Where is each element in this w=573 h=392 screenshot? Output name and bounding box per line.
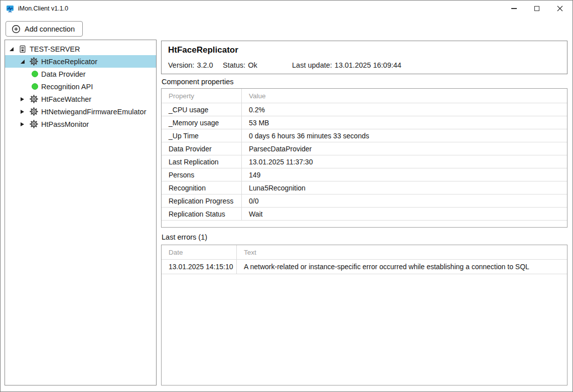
table-empty-area	[162, 221, 567, 227]
errors-table-header: Date Text	[162, 245, 567, 260]
table-row[interactable]: _Memory usage 53 MB	[162, 116, 567, 129]
value-cell: 0/0	[242, 194, 567, 207]
value-cell: 149	[242, 168, 567, 181]
component-title: HtFaceReplicator	[168, 45, 238, 55]
tree-item-htfacereplicator[interactable]: HtFaceReplicator	[5, 55, 156, 68]
monitor-pulse-icon	[6, 5, 14, 13]
close-button[interactable]	[548, 1, 571, 17]
column-header-value: Value	[242, 89, 567, 103]
green-status-dot-icon	[32, 83, 38, 90]
version-label: Version:	[168, 61, 194, 69]
last-update-value: 13.01.2025 16:09:44	[335, 61, 401, 69]
table-empty-area	[162, 274, 567, 385]
table-row[interactable]: _CPU usage 0.2%	[162, 103, 567, 116]
tree-item-label: Data Provider	[41, 70, 86, 78]
column-header-property: Property	[162, 89, 242, 103]
property-cell: _CPU usage	[162, 103, 242, 116]
connections-tree: TEST-SERVER	[5, 40, 157, 385]
expander-collapsed-icon[interactable]	[21, 122, 27, 126]
tree-item-htfacewatcher[interactable]: HtFaceWatcher	[5, 93, 156, 105]
gear-icon	[30, 120, 38, 128]
property-cell: Data Provider	[162, 142, 242, 155]
tree-item-htpassmonitor[interactable]: HtPassMonitor	[5, 118, 156, 130]
version-field: Version: 3.2.0	[168, 61, 213, 69]
tree-item-label: TEST-SERVER	[30, 45, 80, 53]
error-text-cell: A network-related or instance-specific e…	[237, 260, 567, 274]
add-connection-button[interactable]: Add connection	[6, 21, 83, 37]
value-cell: 13.01.2025 11:37:30	[242, 155, 567, 168]
property-cell: _Memory usage	[162, 116, 242, 129]
tree-item-test-server[interactable]: TEST-SERVER	[5, 43, 156, 55]
gear-icon	[30, 95, 38, 103]
properties-table: Property Value _CPU usage 0.2% _Memory u…	[161, 88, 567, 228]
green-status-dot-icon	[32, 71, 38, 77]
expander-expanded-icon[interactable]	[21, 60, 27, 64]
properties-section-title: Component properties	[162, 78, 233, 86]
maximize-button[interactable]	[525, 1, 548, 17]
status-label: Status:	[223, 61, 245, 69]
tree-item-recognition-api[interactable]: Recognition API	[5, 80, 156, 93]
close-icon	[557, 6, 563, 12]
table-row[interactable]: Data Provider ParsecDataProvider	[162, 142, 567, 155]
error-date-cell: 13.01.2025 14:15:10	[162, 260, 237, 274]
property-cell: Replication Progress	[162, 194, 242, 207]
minimize-button[interactable]	[502, 1, 525, 17]
tree-item-label: HtPassMonitor	[41, 120, 89, 128]
column-header-date: Date	[162, 245, 237, 259]
properties-table-header: Property Value	[162, 89, 567, 103]
tree-item-data-provider[interactable]: Data Provider	[5, 68, 156, 80]
table-row[interactable]: 13.01.2025 14:15:10 A network-related or…	[162, 260, 567, 274]
server-icon	[19, 45, 27, 53]
gear-icon	[30, 107, 38, 116]
expander-expanded-icon[interactable]	[10, 47, 16, 51]
errors-table: Date Text 13.01.2025 14:15:10 A network-…	[161, 245, 567, 385]
component-info-line: Version: 3.2.0 Status: Ok Last update: 1…	[162, 61, 567, 70]
column-header-text: Text	[237, 245, 567, 259]
value-cell: 0 days 6 hours 36 minutes 33 seconds	[242, 129, 567, 142]
component-header: HtFaceReplicator Version: 3.2.0 Status: …	[161, 41, 567, 74]
property-cell: Last Replication	[162, 155, 242, 168]
value-cell: Wait	[242, 208, 567, 220]
expander-collapsed-icon[interactable]	[21, 110, 27, 114]
value-cell: Luna5Recognition	[242, 181, 567, 194]
tree-item-label: Recognition API	[41, 83, 93, 91]
maximize-icon	[534, 6, 539, 11]
status-value: Ok	[248, 61, 257, 69]
expander-collapsed-icon[interactable]	[21, 97, 27, 101]
table-row[interactable]: _Up Time 0 days 6 hours 36 minutes 33 se…	[162, 129, 567, 142]
status-field: Status: Ok	[223, 61, 257, 69]
tree-item-label: HtFaceReplicator	[41, 58, 97, 66]
table-row[interactable]: Replication Status Wait	[162, 208, 567, 221]
tree-item-label: HtFaceWatcher	[41, 95, 91, 103]
property-cell: Recognition	[162, 181, 242, 194]
last-update-field: Last update: 13.01.2025 16:09:44	[292, 61, 401, 69]
value-cell: 53 MB	[242, 116, 567, 129]
title-bar: iMon.Client v1.1.0	[1, 1, 572, 17]
tree-item-label: HtNetwiegandFirmwareEmulator	[41, 108, 147, 116]
value-cell: ParsecDataProvider	[242, 142, 567, 155]
table-row[interactable]: Replication Progress 0/0	[162, 194, 567, 208]
add-connection-label: Add connection	[25, 25, 75, 33]
property-cell: Persons	[162, 168, 242, 181]
version-value: 3.2.0	[197, 61, 213, 69]
plus-circle-icon	[12, 25, 21, 34]
window-controls	[502, 1, 571, 17]
property-cell: _Up Time	[162, 129, 242, 142]
table-row[interactable]: Persons 149	[162, 168, 567, 181]
property-cell: Replication Status	[162, 208, 242, 220]
gear-icon	[30, 57, 38, 66]
errors-section-title: Last errors (1)	[162, 233, 207, 241]
table-row[interactable]: Recognition Luna5Recognition	[162, 181, 567, 194]
window-title: iMon.Client v1.1.0	[18, 5, 68, 12]
last-update-label: Last update:	[292, 61, 332, 69]
minimize-icon	[511, 8, 517, 9]
app-window: iMon.Client v1.1.0 Add connection	[0, 0, 573, 392]
tree-item-htnetwiegandfirmwareemulator[interactable]: HtNetwiegandFirmwareEmulator	[5, 105, 156, 118]
value-cell: 0.2%	[242, 103, 567, 116]
table-row[interactable]: Last Replication 13.01.2025 11:37:30	[162, 155, 567, 168]
